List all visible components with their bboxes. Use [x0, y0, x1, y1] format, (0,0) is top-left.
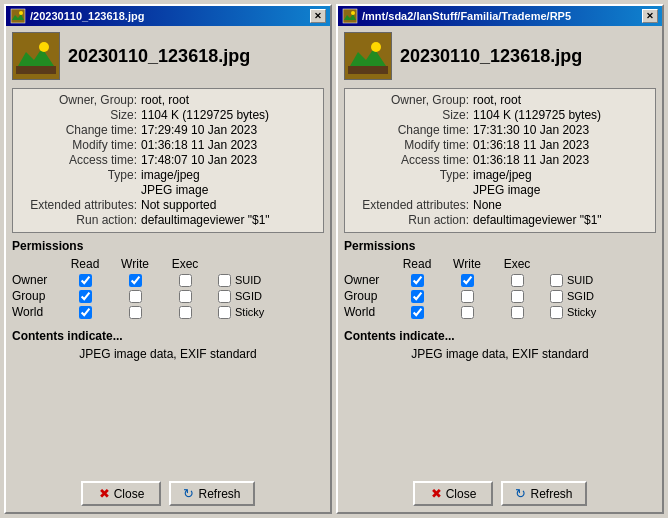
perm-special-checkbox[interactable]: [550, 290, 563, 303]
info-row: Change time:17:31:30 10 Jan 2023: [353, 123, 647, 137]
perm-write-cell: [442, 290, 492, 303]
perm-read-checkbox[interactable]: [411, 290, 424, 303]
info-label: Change time:: [21, 123, 141, 137]
svg-point-7: [371, 42, 381, 52]
perm-read-cell: [60, 274, 110, 287]
info-value: JPEG image: [141, 183, 208, 197]
info-value: None: [473, 198, 502, 212]
perm-read-cell: [392, 306, 442, 319]
perm-col-header: Exec: [492, 257, 542, 271]
close-icon: ✖: [431, 486, 442, 501]
perm-write-checkbox[interactable]: [129, 290, 142, 303]
perm-exec-checkbox[interactable]: [511, 274, 524, 287]
info-label: Run action:: [21, 213, 141, 227]
perm-read-checkbox[interactable]: [411, 274, 424, 287]
panel-body: 20230110_123618.jpgOwner, Group:root, ro…: [338, 26, 662, 512]
perm-row: OwnerSUID: [12, 273, 324, 287]
button-row: ✖Close↻Refresh: [344, 477, 656, 506]
info-box: Owner, Group:root, rootSize:1104 K (1129…: [344, 88, 656, 233]
perm-special-label: Sticky: [567, 306, 596, 318]
file-header: 20230110_123618.jpg: [344, 32, 656, 80]
close-button[interactable]: ✖Close: [413, 481, 493, 506]
perm-read-checkbox[interactable]: [79, 306, 92, 319]
info-row: Owner, Group:root, root: [21, 93, 315, 107]
window-close-button[interactable]: ✕: [642, 9, 658, 23]
info-value: 01:36:18 11 Jan 2023: [473, 138, 589, 152]
perm-special-checkbox[interactable]: [550, 274, 563, 287]
perm-read-checkbox[interactable]: [411, 306, 424, 319]
permissions-table: ReadWriteExecOwnerSUIDGroupSGIDWorldStic…: [344, 257, 656, 321]
info-label: Owner, Group:: [21, 93, 141, 107]
perm-write-checkbox[interactable]: [461, 306, 474, 319]
perm-read-cell: [60, 290, 110, 303]
refresh-button[interactable]: ↻Refresh: [501, 481, 586, 506]
refresh-button[interactable]: ↻Refresh: [169, 481, 254, 506]
perm-special-label: SUID: [567, 274, 593, 286]
perm-read-checkbox[interactable]: [79, 290, 92, 303]
perm-exec-checkbox[interactable]: [179, 274, 192, 287]
perm-write-cell: [110, 306, 160, 319]
info-row: Run action:defaultimageviewer "$1": [353, 213, 647, 227]
info-value: 17:29:49 10 Jan 2023: [141, 123, 257, 137]
perm-col-header: Exec: [160, 257, 210, 271]
perm-special-label: SGID: [567, 290, 594, 302]
perm-special-checkbox[interactable]: [218, 290, 231, 303]
info-value: root, root: [141, 93, 189, 107]
info-label: Owner, Group:: [353, 93, 473, 107]
perm-special-checkbox[interactable]: [218, 274, 231, 287]
info-row: JPEG image: [21, 183, 315, 197]
info-value: 1104 K (1129725 bytes): [473, 108, 601, 122]
info-row: Extended attributes:Not supported: [21, 198, 315, 212]
perm-special: SUID: [218, 274, 261, 287]
perm-read-cell: [60, 306, 110, 319]
perm-special-checkbox[interactable]: [218, 306, 231, 319]
perm-exec-cell: [492, 306, 542, 319]
perm-special-label: Sticky: [235, 306, 264, 318]
perm-write-cell: [442, 274, 492, 287]
perm-col-header: Write: [110, 257, 160, 271]
perm-row-label: Owner: [12, 273, 60, 287]
perm-exec-checkbox[interactable]: [179, 290, 192, 303]
info-value: 17:48:07 10 Jan 2023: [141, 153, 257, 167]
info-label: Change time:: [353, 123, 473, 137]
info-value: image/jpeg: [141, 168, 200, 182]
info-row: Access time:17:48:07 10 Jan 2023: [21, 153, 315, 167]
title-bar: /20230110_123618.jpg✕: [6, 6, 330, 26]
info-label: Access time:: [21, 153, 141, 167]
info-row: Type:image/jpeg: [353, 168, 647, 182]
perm-row: OwnerSUID: [344, 273, 656, 287]
title-text: /mnt/sda2/IanStuff/Familia/Trademe/RP5: [362, 10, 571, 22]
perm-special-checkbox[interactable]: [550, 306, 563, 319]
refresh-label: Refresh: [530, 487, 572, 501]
perm-read-checkbox[interactable]: [79, 274, 92, 287]
perm-write-checkbox[interactable]: [461, 290, 474, 303]
perm-write-checkbox[interactable]: [129, 306, 142, 319]
info-row: Size:1104 K (1129725 bytes): [353, 108, 647, 122]
perm-row-label: Group: [12, 289, 60, 303]
file-thumbnail: [344, 32, 392, 80]
perm-exec-cell: [160, 274, 210, 287]
perm-write-checkbox[interactable]: [461, 274, 474, 287]
perm-exec-checkbox[interactable]: [511, 306, 524, 319]
info-label: Type:: [353, 168, 473, 182]
info-value: 17:31:30 10 Jan 2023: [473, 123, 589, 137]
info-label: Extended attributes:: [353, 198, 473, 212]
window-close-button[interactable]: ✕: [310, 9, 326, 23]
contents-title: Contents indicate...: [344, 329, 656, 343]
info-value: defaultimageviewer "$1": [473, 213, 602, 227]
perm-row-label: World: [344, 305, 392, 319]
close-button[interactable]: ✖Close: [81, 481, 161, 506]
perm-exec-cell: [492, 290, 542, 303]
svg-point-1: [19, 11, 23, 15]
close-label: Close: [446, 487, 477, 501]
perm-exec-checkbox[interactable]: [179, 306, 192, 319]
info-value: 01:36:18 11 Jan 2023: [141, 138, 257, 152]
perm-exec-checkbox[interactable]: [511, 290, 524, 303]
perm-header-row: ReadWriteExec: [344, 257, 656, 271]
perm-write-cell: [110, 274, 160, 287]
info-label: Type:: [21, 168, 141, 182]
perm-write-checkbox[interactable]: [129, 274, 142, 287]
contents-value: JPEG image data, EXIF standard: [12, 347, 324, 361]
panel-left: /20230110_123618.jpg✕ 20230110_123618.jp…: [4, 4, 332, 514]
info-value: 1104 K (1129725 bytes): [141, 108, 269, 122]
